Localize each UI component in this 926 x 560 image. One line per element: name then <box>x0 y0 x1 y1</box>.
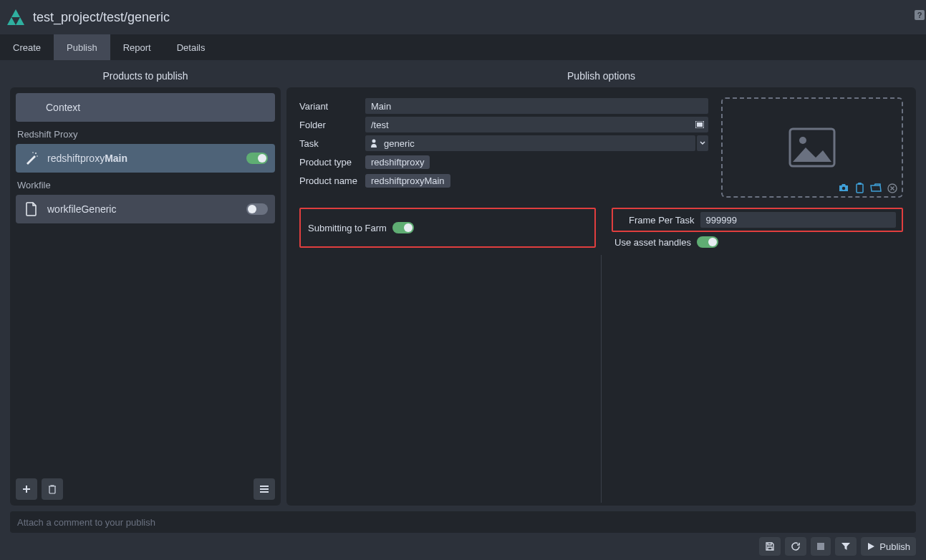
comment-placeholder: Attach a comment to your publish <box>17 517 155 528</box>
folder-open-icon[interactable] <box>870 183 882 193</box>
svg-marker-2 <box>16 17 24 25</box>
refresh-button[interactable] <box>785 537 806 556</box>
farm-toggle[interactable] <box>392 222 414 233</box>
floppy-icon <box>765 541 775 551</box>
add-button[interactable] <box>16 478 37 500</box>
context-item[interactable]: Context <box>16 93 275 122</box>
camera-icon[interactable] <box>838 183 849 193</box>
titlebar: test_project/test/generic ? <box>0 0 926 34</box>
clear-thumbnail-icon[interactable] <box>887 183 897 193</box>
product-item-workfile[interactable]: workfileGeneric <box>16 195 275 223</box>
group-label-redshift: Redshift Proxy <box>16 123 275 144</box>
variant-label: Variant <box>299 101 365 112</box>
breadcrumb: test_project/test/generic <box>33 10 170 25</box>
product-label: redshiftproxyMain <box>47 153 246 164</box>
task-label: Task <box>299 138 365 149</box>
person-icon <box>370 138 378 148</box>
menu-button[interactable] <box>254 478 275 500</box>
product-type-chip: redshiftproxy <box>365 155 430 169</box>
svg-rect-12 <box>857 184 863 193</box>
product-toggle[interactable] <box>246 153 268 164</box>
product-label: workfileGeneric <box>47 203 246 215</box>
variant-input[interactable] <box>365 98 708 114</box>
help-button[interactable]: ? <box>915 10 925 20</box>
trash-icon <box>48 484 57 494</box>
svg-point-3 <box>35 153 37 154</box>
save-button[interactable] <box>759 537 781 556</box>
tab-publish[interactable]: Publish <box>54 34 110 60</box>
file-icon <box>23 201 40 218</box>
asset-handles-label: Use asset handles <box>614 237 691 248</box>
farm-label: Submitting to Farm <box>308 223 387 233</box>
publish-label: Publish <box>879 541 910 552</box>
product-name-label: Product name <box>299 175 365 186</box>
tab-details[interactable]: Details <box>164 34 218 60</box>
folder-browse-icon[interactable] <box>695 121 704 128</box>
group-label-workfile: Workfile <box>16 174 275 195</box>
svg-rect-7 <box>697 122 703 127</box>
publish-button[interactable]: Publish <box>861 537 916 556</box>
svg-point-4 <box>37 155 38 157</box>
clipboard-icon[interactable] <box>855 183 864 193</box>
play-icon <box>867 542 875 551</box>
thumbnail-dropzone[interactable] <box>721 97 903 198</box>
svg-rect-13 <box>858 183 862 185</box>
folder-input[interactable] <box>365 117 708 132</box>
chevron-down-icon <box>700 141 705 145</box>
product-toggle[interactable] <box>246 203 268 215</box>
tab-bar: Create Publish Report Details <box>0 34 926 60</box>
svg-point-11 <box>842 187 845 190</box>
bottom-toolbar: Publish <box>0 533 926 560</box>
svg-point-10 <box>799 137 806 144</box>
product-name-chip: redshiftproxyMain <box>365 174 450 188</box>
products-panel-title: Products to publish <box>10 70 281 87</box>
product-type-label: Product type <box>299 157 365 168</box>
app-logo-icon <box>7 9 24 25</box>
task-select[interactable]: generic <box>365 135 695 151</box>
stop-icon <box>816 542 825 551</box>
svg-marker-1 <box>7 17 16 25</box>
refresh-icon <box>791 541 801 551</box>
image-placeholder-icon <box>788 127 836 168</box>
hamburger-icon <box>259 485 269 493</box>
comment-input[interactable]: Attach a comment to your publish <box>10 511 916 533</box>
submitting-to-farm-box: Submitting to Farm <box>299 208 596 248</box>
svg-marker-0 <box>11 9 20 17</box>
filter-icon <box>841 541 851 551</box>
frame-per-task-box: Frame Per Task <box>612 208 903 232</box>
wand-icon <box>23 150 40 167</box>
task-dropdown-button[interactable] <box>697 135 708 151</box>
delete-button[interactable] <box>42 478 63 500</box>
stop-button[interactable] <box>811 537 831 556</box>
folder-label: Folder <box>299 120 365 130</box>
task-value: generic <box>384 138 415 149</box>
asset-handles-toggle[interactable] <box>697 236 718 248</box>
svg-point-8 <box>372 140 376 143</box>
frame-per-task-label: Frame Per Task <box>629 215 695 226</box>
product-item-redshiftproxy[interactable]: redshiftproxyMain <box>16 144 275 173</box>
frame-per-task-input[interactable] <box>700 212 896 228</box>
filter-button[interactable] <box>835 537 857 556</box>
svg-point-5 <box>32 152 34 153</box>
options-panel-title: Publish options <box>286 70 916 87</box>
plus-icon <box>21 484 32 494</box>
svg-rect-15 <box>817 543 824 550</box>
tab-report[interactable]: Report <box>110 34 164 60</box>
tab-create[interactable]: Create <box>0 34 54 60</box>
